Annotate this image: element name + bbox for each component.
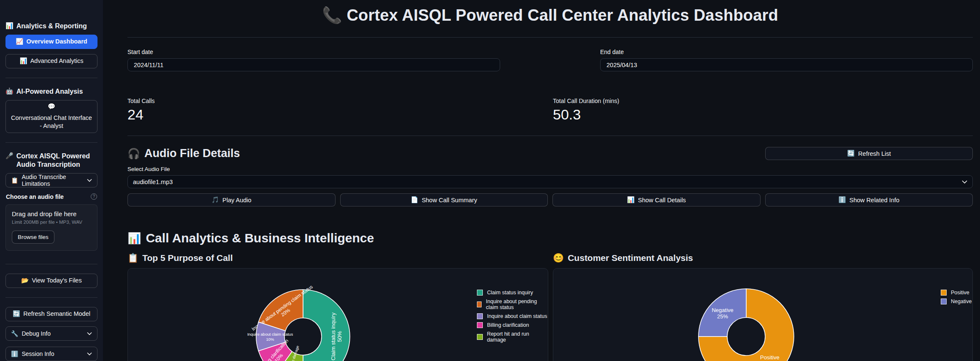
call-analytics-section-title: 📊 Call Analytics & Business Intelligence xyxy=(127,231,973,245)
chat-button-label: Conversational Chat Interface - Analyst xyxy=(9,114,94,130)
sidebar-section-analytics-reporting: 📊 Analytics & Reporting xyxy=(5,22,97,30)
chart-legend: PositiveNegative xyxy=(941,290,972,304)
sidebar-item-overview-dashboard[interactable]: 📈 Overview Dashboard xyxy=(5,35,97,49)
metric-total-duration: Total Call Duration (mins) 50.3 xyxy=(553,98,619,122)
view-todays-files-button[interactable]: 📂 View Today's Files xyxy=(5,274,97,288)
section-header-label: Cortex AISQL Powered Audio Transcription xyxy=(16,152,97,169)
page-title-text: Cortex AISQL Powered Call Center Analyti… xyxy=(347,6,778,24)
session-info-expander[interactable]: ℹ️ Session Info xyxy=(5,347,97,361)
audio-actions-row: 🎵 Play Audio 📄 Show Call Summary 📊 Show … xyxy=(127,193,973,206)
legend-swatch xyxy=(477,301,482,307)
legend-swatch xyxy=(477,290,483,296)
donut-slice-claim-status-inquiry[interactable] xyxy=(303,290,350,361)
legend-swatch xyxy=(941,290,947,296)
purpose-chart-title: 📋 Top 5 Purpose of Call xyxy=(127,253,553,263)
divider xyxy=(127,136,973,136)
sidebar-divider xyxy=(5,78,97,78)
sidebar-item-advanced-analytics[interactable]: 📊 Advanced Analytics xyxy=(5,54,97,68)
sidebar-divider xyxy=(5,142,97,143)
audio-details-header-row: 🎧 Audio File Details 🔄 Refresh List xyxy=(127,147,973,160)
button-label: Show Related Info xyxy=(850,197,900,204)
chat-interface-button[interactable]: 💬 Conversational Chat Interface - Analys… xyxy=(5,100,97,133)
end-date-field: End date xyxy=(600,49,973,71)
play-audio-button[interactable]: 🎵 Play Audio xyxy=(127,193,336,206)
legend-label: Positive xyxy=(951,290,969,296)
main-content: 📞 Cortex AISQL Powered Call Center Analy… xyxy=(103,0,980,361)
bar-chart-icon: 📊 xyxy=(20,57,27,65)
end-date-input[interactable] xyxy=(600,58,973,71)
legend-item-positive[interactable]: Positive xyxy=(941,290,972,296)
info-icon: ℹ️ xyxy=(838,196,846,204)
audio-transcribe-limitations-expander[interactable]: 📋 Audio Transcribe Limitations xyxy=(5,173,97,187)
bar-chart-icon: 📊 xyxy=(627,196,634,204)
legend-label: Claim status inquiry xyxy=(487,290,533,296)
document-icon: 📄 xyxy=(411,196,418,204)
metric-label: Total Call Duration (mins) xyxy=(553,98,619,104)
file-dropzone[interactable]: Drag and drop file here Limit 200MB per … xyxy=(5,204,97,251)
show-call-details-button[interactable]: 📊 Show Call Details xyxy=(552,193,761,206)
clipboard-icon: 📋 xyxy=(127,253,138,263)
end-date-label: End date xyxy=(600,49,973,55)
info-icon: ℹ️ xyxy=(11,350,18,357)
chevron-down-icon xyxy=(962,180,967,184)
audio-file-select[interactable]: audiofile1.mp3 xyxy=(127,175,973,188)
sidebar-section-ai-analysis: 🤖 AI-Powered Analysis xyxy=(5,87,97,96)
sidebar-divider xyxy=(5,264,97,264)
wrench-icon: 🔧 xyxy=(11,330,18,337)
legend-item-inquire-about-claim-status[interactable]: Inquire about claim status xyxy=(477,313,548,319)
sidebar: 📊 Analytics & Reporting 📈 Overview Dashb… xyxy=(0,0,103,361)
start-date-input[interactable] xyxy=(127,58,500,71)
start-date-field: Start date xyxy=(127,49,500,71)
headphones-icon: 🎧 xyxy=(127,148,140,160)
sidebar-item-label: Overview Dashboard xyxy=(26,38,87,46)
select-audio-file-label: Select Audio File xyxy=(127,166,973,172)
legend-item-billing-clarification[interactable]: Billing clarification xyxy=(477,322,548,328)
button-label: Show Call Details xyxy=(638,197,686,204)
purpose-donut-chart: Claim status inquiry50%Inquire about pen… xyxy=(127,268,548,361)
sentiment-chart-title-text: Customer Sentiment Analysis xyxy=(568,253,693,263)
refresh-icon: 🔄 xyxy=(847,150,855,157)
legend-label: Inquire about claim status xyxy=(487,313,547,319)
audio-file-selected-value: audiofile1.mp3 xyxy=(133,179,962,185)
help-icon[interactable]: ? xyxy=(91,193,97,200)
chevron-down-icon xyxy=(87,352,92,356)
uploader-label-row: Choose an audio file ? xyxy=(6,193,97,200)
expander-label: Debug Info xyxy=(22,330,84,337)
divider xyxy=(127,37,973,38)
donut-slice-label: Positive75% xyxy=(760,354,780,361)
chevron-down-icon xyxy=(87,332,92,335)
speech-balloon-icon: 💬 xyxy=(48,103,55,111)
refresh-semantic-model-button[interactable]: 🔄 Refresh Semantic Model xyxy=(5,307,97,321)
purpose-chart-title-text: Top 5 Purpose of Call xyxy=(142,253,233,263)
legend-label: Billing clarification xyxy=(487,322,529,328)
browse-files-button[interactable]: Browse files xyxy=(12,231,54,244)
audio-details-title: 🎧 Audio File Details xyxy=(127,147,765,160)
legend-item-claim-status-inquiry[interactable]: Claim status inquiry xyxy=(477,290,548,296)
legend-item-negative[interactable]: Negative xyxy=(941,299,972,304)
refresh-model-label: Refresh Semantic Model xyxy=(23,310,90,318)
refresh-list-button[interactable]: 🔄 Refresh List xyxy=(765,147,973,160)
robot-icon: 🤖 xyxy=(5,87,14,95)
debug-info-expander[interactable]: 🔧 Debug Info xyxy=(5,326,97,341)
section-header-label: Analytics & Reporting xyxy=(16,22,87,30)
start-date-label: Start date xyxy=(127,49,500,55)
legend-item-report-hit-and-run-damage[interactable]: Report hit and run damage xyxy=(477,331,548,343)
clipboard-icon: 📋 xyxy=(11,177,18,184)
legend-swatch xyxy=(477,334,483,340)
legend-swatch xyxy=(477,322,483,328)
button-label: Play Audio xyxy=(222,197,252,204)
call-analytics-title-text: Call Analytics & Business Intelligence xyxy=(146,231,374,245)
chart-legend: Claim status inquiryInquire about pendin… xyxy=(477,290,548,343)
music-note-icon: 🎵 xyxy=(211,196,219,204)
dropzone-title: Drag and drop file here xyxy=(12,210,91,217)
legend-item-inquire-about-pending-claim-status[interactable]: Inquire about pending claim status xyxy=(477,299,548,310)
page-title: 📞 Cortex AISQL Powered Call Center Analy… xyxy=(127,3,973,24)
legend-label: Negative xyxy=(951,299,972,304)
sentiment-donut-chart: Positive75%Negative25%PositiveNegative xyxy=(553,268,973,361)
audio-details-title-text: Audio File Details xyxy=(144,147,240,160)
show-call-summary-button[interactable]: 📄 Show Call Summary xyxy=(340,193,548,206)
expander-label: Session Info xyxy=(22,350,84,357)
metric-value: 50.3 xyxy=(553,107,619,122)
legend-swatch xyxy=(477,313,483,319)
show-related-info-button[interactable]: ℹ️ Show Related Info xyxy=(765,193,973,206)
